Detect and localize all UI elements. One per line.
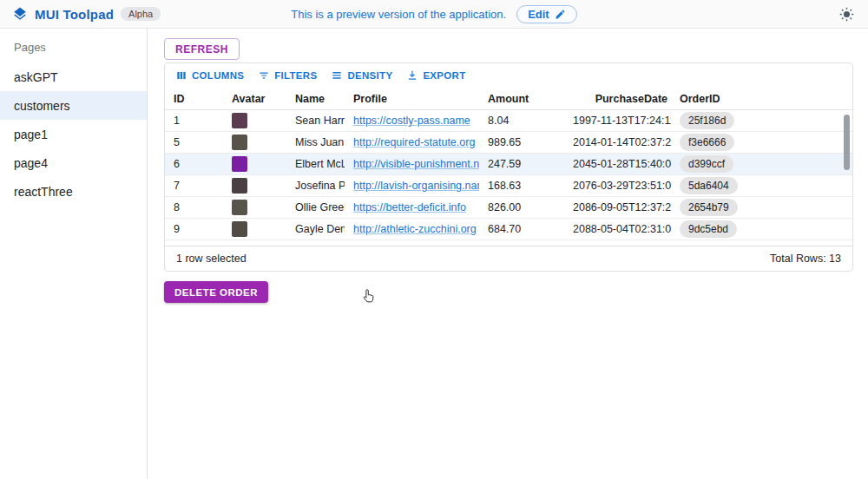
cell-id: 5	[165, 136, 223, 148]
cell-name: Ollie Green...	[286, 201, 345, 213]
order-id-chip: d399ccf	[680, 155, 733, 173]
avatar	[232, 156, 247, 172]
columns-button-label: COLUMNS	[192, 70, 244, 81]
cell-avatar	[223, 178, 286, 194]
selection-status: 1 row selected	[176, 253, 247, 265]
cell-id: 7	[165, 180, 223, 192]
order-id-chip: f3e6666	[680, 134, 734, 151]
cell-name: Elbert McL...	[286, 158, 345, 170]
cell-orderid: 9dc5ebd	[671, 220, 852, 238]
order-id-chip: 25f186d	[680, 112, 734, 129]
filters-button-label: FILTERS	[274, 70, 317, 81]
grid-rows-area: 1 Sean Harris https://costly-pass.name 8…	[165, 110, 852, 246]
main-content: REFRESH COLUMNS FILTERS	[148, 29, 868, 479]
column-header-amount[interactable]: Amount	[479, 93, 573, 105]
table-row[interactable]: 7 Josefina P... http://lavish-organising…	[165, 175, 852, 197]
table-row[interactable]: 9 Gayle Den... http://athletic-zucchini.…	[165, 219, 852, 240]
density-button[interactable]: DENSITY	[326, 67, 398, 84]
sidebar-item-page1[interactable]: page1	[0, 120, 147, 148]
table-row-selected[interactable]: 6 Elbert McL... http://visible-punishmen…	[165, 154, 852, 175]
cell-profile: http://required-statute.org	[345, 136, 479, 148]
order-id-chip: 2654b79	[680, 199, 738, 216]
profile-link[interactable]: http://athletic-zucchini.org	[353, 223, 477, 235]
export-icon	[406, 69, 418, 82]
table-row[interactable]: 5 Miss Juan ... http://required-statute.…	[165, 132, 852, 154]
density-button-label: DENSITY	[347, 70, 392, 81]
cell-amount: 247.59	[479, 158, 573, 170]
theme-toggle-button[interactable]	[837, 4, 856, 23]
cell-purchasedate: 2088-05-04T02:31:03.294Z	[573, 223, 671, 235]
avatar	[232, 221, 247, 237]
cell-orderid: d399ccf	[671, 155, 852, 173]
profile-link[interactable]: http://visible-punishment.net	[353, 158, 479, 170]
cell-orderid: 25f186d	[671, 112, 852, 129]
cell-purchasedate: 2014-01-14T02:37:28.536Z	[573, 136, 671, 148]
column-header-orderid[interactable]: OrderID	[671, 93, 852, 105]
cell-amount: 8.04	[479, 115, 573, 127]
grid-header-row: ID Avatar Name Profile Amount PurchaseDa…	[165, 88, 852, 110]
grid-toolbar: COLUMNS FILTERS DENSITY	[165, 63, 852, 88]
cell-purchasedate: 1997-11-13T17:24:11.769Z	[573, 115, 671, 127]
avatar	[232, 113, 247, 128]
profile-link[interactable]: http://required-statute.org	[353, 136, 475, 148]
refresh-button[interactable]: REFRESH	[164, 38, 240, 60]
cell-purchasedate: 2086-09-05T12:37:27.015Z	[573, 201, 671, 213]
export-button-label: EXPORT	[423, 70, 465, 81]
order-id-chip: 5da6404	[680, 177, 738, 194]
order-id-chip: 9dc5ebd	[680, 220, 737, 238]
cell-amount: 684.70	[479, 223, 573, 235]
cell-profile: http://visible-punishment.net	[345, 158, 479, 170]
profile-link[interactable]: https://better-deficit.info	[353, 201, 466, 213]
preview-notice: This is a preview version of the applica…	[291, 8, 506, 21]
table-row[interactable]: 1 Sean Harris https://costly-pass.name 8…	[165, 110, 852, 132]
filters-button[interactable]: FILTERS	[253, 67, 322, 84]
cell-profile: https://costly-pass.name	[345, 115, 479, 127]
grid-footer: 1 row selected Total Rows: 13	[165, 246, 852, 271]
cell-purchasedate: 2045-01-28T15:40:06.325Z	[573, 158, 671, 170]
sun-icon	[839, 7, 854, 22]
table-row[interactable]: 8 Ollie Green... https://better-deficit.…	[165, 197, 852, 219]
alpha-badge: Alpha	[121, 7, 161, 21]
column-header-purchasedate[interactable]: PurchaseDate	[573, 93, 671, 105]
avatar	[232, 200, 247, 215]
cell-profile: https://better-deficit.info	[345, 201, 479, 213]
profile-link[interactable]: https://costly-pass.name	[353, 115, 470, 127]
app-window: MUI Toolpad Alpha This is a preview vers…	[0, 0, 868, 479]
export-button[interactable]: EXPORT	[401, 67, 470, 84]
total-rows-label: Total Rows: 13	[770, 253, 841, 265]
cell-name: Josefina P...	[286, 180, 345, 192]
columns-button[interactable]: COLUMNS	[170, 67, 249, 84]
edit-button[interactable]: Edit	[516, 5, 577, 23]
sidebar-item-askgpt[interactable]: askGPT	[0, 62, 147, 91]
cell-profile: http://lavish-organising.name	[345, 180, 479, 192]
cell-avatar	[223, 135, 286, 150]
cell-amount: 168.63	[479, 180, 573, 192]
cell-avatar	[223, 221, 286, 237]
cell-name: Gayle Den...	[286, 223, 345, 235]
sidebar-item-reactthree[interactable]: reactThree	[0, 177, 147, 206]
customers-data-grid: COLUMNS FILTERS DENSITY	[164, 62, 853, 272]
avatar	[232, 178, 247, 194]
profile-link[interactable]: http://lavish-organising.name	[353, 180, 479, 192]
cell-id: 1	[165, 115, 223, 127]
app-title: MUI Toolpad	[35, 7, 114, 22]
brand: MUI Toolpad Alpha	[12, 6, 161, 22]
column-header-name[interactable]: Name	[286, 93, 345, 105]
cell-id: 6	[165, 158, 223, 170]
cell-purchasedate: 2076-03-29T23:51:07.968Z	[573, 180, 671, 192]
sidebar-item-customers[interactable]: customers	[0, 91, 147, 120]
columns-icon	[175, 69, 187, 82]
column-header-id[interactable]: ID	[165, 93, 223, 105]
vertical-scrollbar[interactable]	[844, 115, 850, 170]
cell-profile: http://athletic-zucchini.org	[345, 223, 479, 235]
sidebar-item-page4[interactable]: page4	[0, 148, 147, 177]
sidebar: Pages askGPT customers page1 page4 react…	[0, 29, 148, 479]
delete-order-button[interactable]: DELETE ORDER	[164, 281, 268, 303]
avatar	[232, 135, 247, 150]
sidebar-heading: Pages	[0, 29, 147, 62]
pencil-icon	[555, 9, 566, 20]
column-header-avatar[interactable]: Avatar	[223, 93, 286, 105]
density-icon	[331, 69, 343, 82]
column-header-profile[interactable]: Profile	[345, 93, 479, 105]
edit-button-label: Edit	[528, 8, 549, 21]
